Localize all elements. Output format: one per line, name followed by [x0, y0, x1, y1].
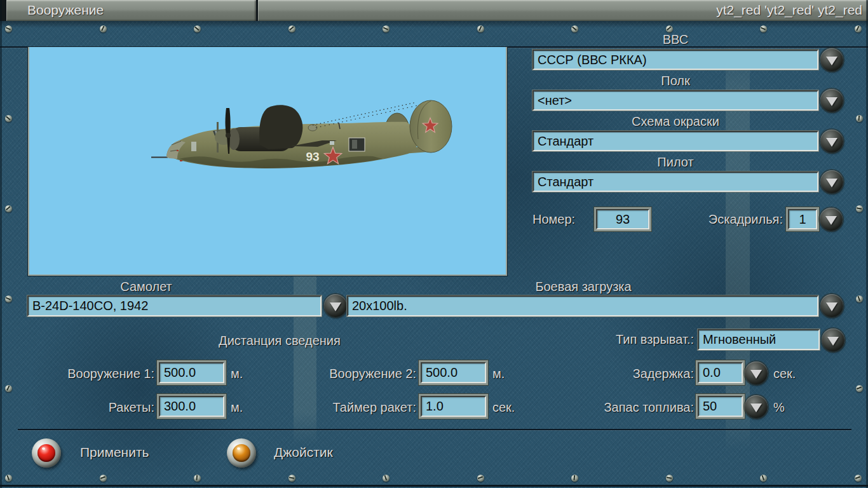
paint-scheme-select[interactable]: Стандарт	[532, 131, 818, 151]
fuel-label: Запас топлива:	[604, 400, 694, 415]
convergence-title: Дистанция сведения	[219, 333, 341, 348]
number-input[interactable]: 93	[596, 209, 649, 229]
joystick-button-label: Джойстик	[274, 445, 333, 460]
rockets-input[interactable]: 300.0	[159, 396, 224, 417]
screw-icon	[288, 25, 295, 32]
squadron-dropdown-button[interactable]	[820, 208, 843, 231]
aircraft-dropdown-button[interactable]	[324, 294, 347, 317]
screw-icon	[760, 475, 767, 482]
squadron-label: Эскадрилья:	[709, 212, 783, 227]
screw-icon	[383, 25, 390, 32]
screw-icon	[477, 25, 484, 32]
airforce-select[interactable]: СССР (ВВС РККА)	[532, 50, 818, 70]
regiment-select[interactable]: <нет>	[532, 90, 818, 111]
loadout-select[interactable]: 20x100lb.	[347, 295, 818, 316]
airforce-dropdown-button[interactable]	[820, 48, 843, 71]
weapon1-input[interactable]: 500.0	[159, 362, 224, 383]
regiment-dropdown-button[interactable]	[820, 89, 843, 112]
squadron-input[interactable]: 1	[788, 209, 817, 229]
aircraft-select[interactable]: B-24D-140CO, 1942	[27, 295, 322, 316]
screw-icon	[5, 475, 12, 482]
screw-icon	[100, 25, 107, 32]
joystick-button[interactable]	[227, 438, 256, 468]
weapon1-label: Вооружение 1:	[67, 366, 154, 381]
rocket-timer-label: Таймер ракет:	[332, 400, 416, 415]
screw-icon	[571, 475, 578, 482]
airforce-label: ВВС	[663, 32, 688, 47]
screw-icon	[288, 475, 295, 482]
paint-scheme-label: Схема окраски	[632, 114, 719, 129]
screw-icon	[383, 475, 390, 482]
tab-player: yt2_red 'yt2_red' yt2_red	[258, 0, 868, 21]
aircraft-preview-image: 93	[29, 47, 506, 274]
screw-icon	[5, 115, 12, 122]
weapon2-unit: м.	[492, 366, 505, 381]
chevron-down-icon	[750, 370, 762, 379]
weapon2-input[interactable]: 500.0	[421, 362, 486, 383]
delay-input[interactable]: 0.0	[698, 362, 743, 383]
chevron-down-icon	[826, 179, 837, 187]
rockets-unit: м.	[231, 400, 243, 415]
aircraft-preview: 93	[28, 47, 507, 276]
screw-icon	[5, 295, 12, 302]
screw-icon	[666, 475, 673, 482]
screw-icon	[856, 295, 863, 302]
weapon2-label: Вооружение 2:	[329, 366, 416, 381]
fuel-unit: %	[773, 400, 785, 415]
delay-unit: сек.	[773, 366, 796, 381]
rocket-timer-unit: сек.	[492, 400, 515, 415]
screw-icon	[5, 205, 12, 212]
pilot-dropdown-button[interactable]	[820, 170, 843, 193]
screw-icon	[760, 25, 767, 32]
delay-dropdown-button[interactable]	[745, 362, 768, 384]
chevron-down-icon	[825, 216, 837, 225]
loadout-label: Боевая загрузка	[535, 279, 631, 294]
pilot-select[interactable]: Стандарт	[532, 172, 818, 192]
screw-icon	[855, 475, 862, 482]
armament-screen: Вооружение yt2_red 'yt2_red' yt2_red	[0, 0, 868, 488]
screw-icon	[5, 385, 12, 392]
rocket-timer-input[interactable]: 1.0	[421, 396, 486, 417]
screw-icon	[477, 475, 484, 482]
delay-label: Задержка:	[633, 366, 694, 381]
chevron-down-icon	[826, 138, 837, 147]
screw-icon	[194, 475, 201, 482]
tab-armament-label: Вооружение	[27, 0, 256, 20]
fuse-type-label: Тип взрыват.:	[616, 332, 694, 347]
chevron-down-icon	[826, 302, 837, 311]
tab-armament[interactable]: Вооружение	[6, 0, 256, 21]
chevron-down-icon	[826, 57, 837, 65]
screw-icon	[194, 25, 201, 32]
screw-icon	[100, 475, 107, 482]
regiment-label: Полк	[661, 73, 689, 88]
title-bar: Вооружение yt2_red 'yt2_red' yt2_red	[0, 0, 868, 21]
chevron-down-icon	[826, 97, 837, 106]
number-label: Номер:	[532, 212, 575, 227]
screw-icon	[571, 25, 578, 32]
weapon1-unit: м.	[231, 366, 243, 381]
paint-scheme-dropdown-button[interactable]	[820, 130, 843, 152]
loadout-dropdown-button[interactable]	[820, 294, 843, 317]
rockets-label: Ракеты:	[109, 400, 154, 415]
panel-bottom-line	[0, 485, 868, 487]
fuse-type-dropdown-button[interactable]	[822, 329, 844, 351]
apply-button-label: Применить	[80, 445, 149, 460]
chevron-down-icon	[330, 302, 341, 311]
screw-icon	[856, 205, 863, 212]
chevron-down-icon	[750, 403, 762, 412]
fuel-dropdown-button[interactable]	[745, 395, 768, 418]
fuse-type-select[interactable]: Мгновенный	[698, 329, 820, 350]
screw-icon	[856, 385, 863, 392]
apply-button[interactable]	[32, 438, 61, 468]
fuel-input[interactable]: 50	[698, 396, 743, 417]
aircraft-label: Самолет	[120, 279, 172, 294]
divider-bottom	[18, 429, 851, 430]
screw-icon	[855, 25, 862, 32]
screw-icon	[856, 115, 863, 122]
screw-icon	[5, 25, 12, 32]
pilot-label: Пилот	[657, 154, 693, 170]
player-tag: yt2_red 'yt2_red' yt2_red	[716, 0, 862, 20]
panel-top-shadow	[0, 21, 868, 28]
screw-icon	[666, 25, 673, 32]
chevron-down-icon	[827, 337, 839, 346]
